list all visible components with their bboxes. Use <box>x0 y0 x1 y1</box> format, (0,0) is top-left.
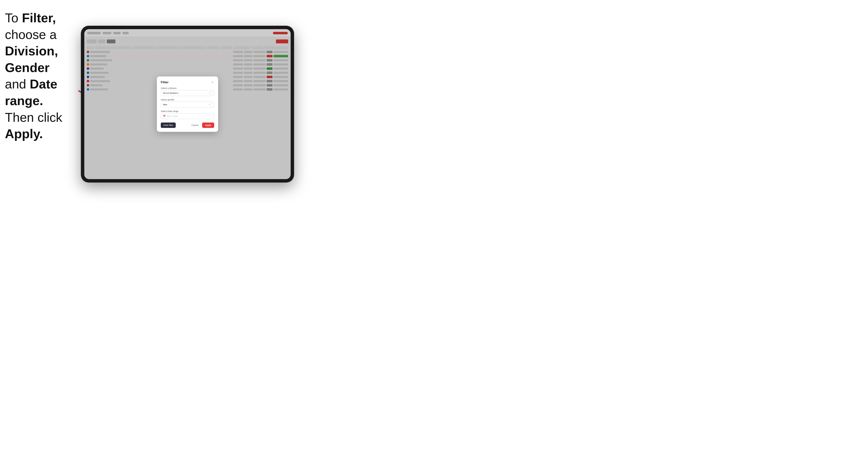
date-form-group: Select Date range 📅 Pick a date <box>161 110 214 119</box>
division-form-group: Select a division NCAA Division I × ⌃⌄ <box>161 87 214 96</box>
division-label: Select a division <box>161 87 214 89</box>
clear-filter-button[interactable]: Clear filter <box>161 123 176 128</box>
calendar-icon: 📅 <box>163 115 166 117</box>
apply-button[interactable]: Apply <box>202 123 214 128</box>
date-label: Select Date range <box>161 110 214 113</box>
gender-select-wrapper[interactable]: Men × ⌃⌄ <box>161 102 214 107</box>
division-select-wrapper[interactable]: NCAA Division I × ⌃⌄ <box>161 90 214 96</box>
tablet-frame: Filter × Select a division NCAA Division… <box>81 26 294 183</box>
division-gender-bold: Division, Gender <box>5 44 58 75</box>
gender-form-group: Select gender Men × ⌃⌄ <box>161 98 214 107</box>
division-select[interactable]: NCAA Division I <box>161 90 214 96</box>
date-input[interactable]: 📅 Pick a date <box>161 113 214 119</box>
modal-overlay: Filter × Select a division NCAA Division… <box>84 29 291 179</box>
modal-title: Filter <box>161 81 168 84</box>
tablet-screen: Filter × Select a division NCAA Division… <box>84 29 291 179</box>
date-placeholder: Pick a date <box>167 115 178 117</box>
modal-close-button[interactable]: × <box>211 81 214 84</box>
instruction-text: To Filter, choose a Division, Gender and… <box>5 10 81 142</box>
gender-label: Select gender <box>161 98 214 101</box>
modal-header: Filter × <box>161 81 214 84</box>
cancel-button[interactable]: Cancel <box>189 123 201 128</box>
gender-select[interactable]: Men <box>161 102 214 107</box>
date-range-bold: Date range. <box>5 77 57 108</box>
apply-bold: Apply. <box>5 127 43 141</box>
filter-bold: Filter, <box>22 11 56 25</box>
filter-modal: Filter × Select a division NCAA Division… <box>157 76 218 132</box>
modal-footer: Clear filter Cancel Apply <box>161 123 214 128</box>
footer-right-buttons: Cancel Apply <box>189 123 214 128</box>
